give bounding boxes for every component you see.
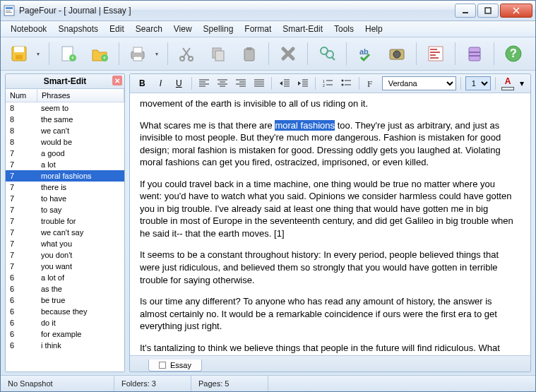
list-item-phrase: would be <box>37 136 124 148</box>
status-folders: Folders: 3 <box>114 376 191 391</box>
maximize-button[interactable] <box>477 4 499 18</box>
svg-rect-1 <box>6 7 13 9</box>
list-item-phrase: we can't say <box>37 227 124 238</box>
svg-rect-5 <box>485 8 491 13</box>
list-item[interactable]: 7a good <box>6 148 124 159</box>
font-family-select[interactable]: Verdana <box>382 76 456 90</box>
text-editor[interactable]: movement of the earth is invisible to al… <box>130 93 530 355</box>
svg-rect-9 <box>14 47 24 52</box>
menu-tools[interactable]: Tools <box>328 23 359 35</box>
list-item[interactable]: 6be true <box>6 295 124 306</box>
align-left-button[interactable] <box>196 76 213 91</box>
editor-paragraph: It's tantalizing to think we believe thi… <box>140 342 518 355</box>
paste-button[interactable] <box>236 40 263 67</box>
list-item[interactable]: 6because they <box>6 306 124 317</box>
underline-button[interactable]: U <box>171 76 187 91</box>
new-page-button[interactable]: + <box>55 40 82 67</box>
outdent-button[interactable] <box>276 76 292 91</box>
bold-button[interactable]: B <box>134 76 150 91</box>
list-item[interactable]: 7we can't say <box>6 227 124 238</box>
list-item[interactable]: 8would be <box>6 136 124 148</box>
font-color-button[interactable]: A <box>500 76 516 91</box>
list-item[interactable]: 8the same <box>6 114 124 125</box>
list-item-num: 7 <box>6 148 37 159</box>
italic-button[interactable]: I <box>153 76 169 91</box>
titlebar: PageFour - [ Journal | Essay ] <box>1 1 535 21</box>
align-justify-button[interactable] <box>251 76 267 91</box>
smart-edit-tool-button[interactable] <box>422 40 449 67</box>
list-item[interactable]: 7moral fashions <box>6 170 124 182</box>
close-button[interactable] <box>500 4 532 18</box>
list-item[interactable]: 6a lot of <box>6 272 124 283</box>
list-item-phrase: do it <box>37 317 124 328</box>
list-item-phrase: a good <box>37 148 124 159</box>
list-item[interactable]: 7what you <box>6 238 124 249</box>
menu-search[interactable]: Search <box>130 23 168 35</box>
list-item-phrase: you want <box>37 261 124 272</box>
minimize-button[interactable] <box>455 4 476 18</box>
list-item[interactable]: 7to say <box>6 204 124 215</box>
smart-edit-title: Smart-Edit <box>44 76 87 86</box>
list-item[interactable]: 6for example <box>6 328 124 340</box>
app-window: PageFour - [ Journal | Essay ] Notebook … <box>0 0 536 392</box>
smart-edit-header: Smart-Edit ✕ <box>6 74 124 89</box>
menu-snapshots[interactable]: Snapshots <box>52 23 104 35</box>
list-item[interactable]: 7a lot <box>6 159 124 170</box>
svg-rect-26 <box>246 47 252 50</box>
font-color-dropdown[interactable]: ▾ <box>518 76 527 91</box>
svg-rect-39 <box>430 57 439 59</box>
menu-help[interactable]: Help <box>359 23 388 35</box>
numbered-list-button[interactable]: 12 <box>320 76 336 91</box>
list-item[interactable]: 6do it <box>6 317 124 328</box>
new-folder-button[interactable]: + <box>86 40 113 67</box>
list-item-num: 7 <box>6 170 37 182</box>
column-phrases[interactable]: Phrases <box>37 89 124 102</box>
editor-paragraph: What scares me is that there are moral f… <box>140 119 518 169</box>
snapshot-button[interactable] <box>383 40 410 67</box>
copy-button[interactable] <box>205 40 232 67</box>
list-item[interactable]: 6i think <box>6 340 124 351</box>
list-item[interactable]: 8seem to <box>6 102 124 114</box>
font-size-select[interactable]: 11 <box>465 76 491 90</box>
menu-format[interactable]: Format <box>239 23 277 35</box>
save-button[interactable] <box>6 40 43 67</box>
list-item-phrase: the same <box>37 114 124 125</box>
help-button[interactable]: ? <box>500 40 527 67</box>
list-item-phrase: we can't <box>37 125 124 136</box>
archive-button[interactable] <box>461 40 488 67</box>
editor-panel: B I U 12 F Verdana 11 A <box>129 73 531 372</box>
print-button[interactable] <box>125 40 162 67</box>
list-item[interactable]: 7to have <box>6 193 124 204</box>
bullet-list-button[interactable] <box>338 76 355 91</box>
panel-close-button[interactable]: ✕ <box>112 76 122 85</box>
svg-rect-4 <box>463 12 468 13</box>
menu-view[interactable]: View <box>168 23 198 35</box>
search-button[interactable] <box>314 40 340 67</box>
indent-button[interactable] <box>294 76 311 91</box>
menu-spelling[interactable]: Spelling <box>198 23 239 35</box>
svg-line-31 <box>332 57 335 60</box>
list-item[interactable]: 6as the <box>6 283 124 295</box>
spellcheck-button[interactable]: ab <box>352 40 379 67</box>
font-format-icon[interactable]: F <box>364 76 380 91</box>
align-right-button[interactable] <box>232 76 249 91</box>
list-item-phrase: i think <box>37 340 124 351</box>
delete-button[interactable] <box>275 40 302 67</box>
list-item[interactable]: 7trouble for <box>6 215 124 227</box>
menu-notebook[interactable]: Notebook <box>5 23 52 35</box>
list-item-phrase: seem to <box>37 102 124 114</box>
svg-rect-10 <box>16 55 23 59</box>
column-num[interactable]: Num <box>6 89 37 102</box>
align-center-button[interactable] <box>215 76 231 91</box>
list-item[interactable]: 7you don't <box>6 249 124 261</box>
tab-essay[interactable]: Essay <box>148 360 202 372</box>
list-item[interactable]: 7there is <box>6 182 124 193</box>
smart-edit-list[interactable]: 8seem to8the same8we can't8would be7a go… <box>6 102 124 372</box>
menu-edit[interactable]: Edit <box>104 23 130 35</box>
list-item[interactable]: 7you want <box>6 261 124 272</box>
menu-smart-edit[interactable]: Smart-Edit <box>277 23 328 35</box>
svg-text:?: ? <box>510 47 517 59</box>
list-item[interactable]: 8we can't <box>6 125 124 136</box>
cut-button[interactable] <box>174 40 201 67</box>
list-item-phrase: to have <box>37 193 124 204</box>
